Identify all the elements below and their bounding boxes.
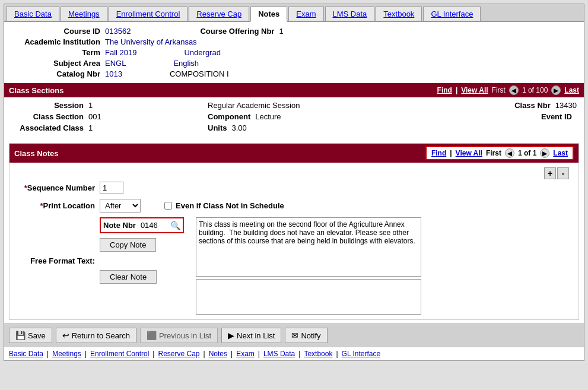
return-icon: ↩ bbox=[62, 331, 69, 340]
associated-class-label: Associated Class bbox=[11, 123, 88, 132]
notify-label: Notify bbox=[301, 331, 320, 340]
copy-note-button[interactable]: Copy Note bbox=[100, 238, 156, 252]
catalog-nbr-extra: COMPOSITION I bbox=[170, 69, 229, 78]
class-sections-last[interactable]: Last bbox=[564, 86, 579, 94]
course-offering-nbr-label: Course Offering Nbr bbox=[190, 27, 279, 36]
sequence-number-label: *Sequence Number bbox=[17, 183, 100, 192]
class-sections-first: First bbox=[492, 86, 506, 94]
course-id-label: Course ID bbox=[16, 27, 105, 36]
next-icon: ▶ bbox=[228, 331, 234, 340]
clear-note-row: Clear Note bbox=[17, 270, 184, 284]
toolbar: 💾 Save ↩ Return to Search ⬛ Previous in … bbox=[4, 324, 584, 347]
even-if-checkbox[interactable] bbox=[164, 202, 172, 210]
tab-exam[interactable]: Exam bbox=[288, 7, 323, 21]
class-sections-body: Session 1 Regular Academic Session Class… bbox=[4, 97, 584, 139]
session-value: 1 bbox=[88, 101, 93, 110]
bottom-link-meetings[interactable]: Meetings bbox=[52, 350, 81, 358]
note-nbr-section: Note Nbr 🔍 Copy Note Free Format Text: bbox=[17, 217, 571, 315]
next-in-list-button[interactable]: ▶ Next in List bbox=[221, 328, 281, 343]
class-notes-find[interactable]: Find bbox=[431, 149, 446, 157]
academic-institution-label: Academic Institution bbox=[16, 37, 105, 46]
event-id-label: Event ID bbox=[541, 112, 577, 121]
subject-area-value: ENGL bbox=[105, 59, 126, 68]
return-to-search-label: Return to Search bbox=[72, 331, 130, 340]
bottom-link-exam[interactable]: Exam bbox=[236, 350, 255, 358]
class-notes-nav-box: Find | View All First ◀ 1 of 1 ▶ Last bbox=[425, 146, 574, 160]
class-notes-first: First bbox=[486, 149, 501, 157]
notify-icon: ✉ bbox=[291, 331, 298, 340]
free-format-label: Free Format Text: bbox=[17, 256, 100, 265]
cs-row-associated-class: Associated Class 1 Units 3.00 bbox=[11, 123, 577, 132]
note-nbr-input[interactable] bbox=[138, 220, 168, 231]
free-format-textarea[interactable] bbox=[196, 279, 421, 315]
class-notes-next-btn[interactable]: ▶ bbox=[540, 148, 549, 158]
cs-row-class-section: Class Section 001 Component Lecture Even… bbox=[11, 112, 577, 121]
bottom-link-reserve-cap[interactable]: Reserve Cap bbox=[158, 350, 199, 358]
session-label: Session bbox=[11, 101, 88, 110]
class-sections-next-btn[interactable]: ▶ bbox=[551, 85, 561, 95]
units-value: 3.00 bbox=[232, 123, 247, 132]
notify-button[interactable]: ✉ Notify bbox=[285, 328, 327, 343]
return-to-search-button[interactable]: ↩ Return to Search bbox=[56, 328, 136, 343]
save-icon: 💾 bbox=[15, 331, 26, 340]
subject-area-label: Subject Area bbox=[16, 59, 105, 68]
print-location-row: *Print Location After Before Even if Cla… bbox=[17, 199, 571, 213]
bottom-links: Basic Data | Meetings | Enrollment Contr… bbox=[4, 347, 584, 360]
note-nbr-inner-label: Note Nbr bbox=[103, 221, 136, 230]
previous-icon: ⬛ bbox=[147, 331, 157, 340]
even-if-checkbox-row: Even if Class Not in Schedule bbox=[164, 201, 284, 210]
bottom-link-textbook[interactable]: Textbook bbox=[304, 350, 332, 358]
bottom-link-enrollment-control[interactable]: Enrollment Control bbox=[90, 350, 149, 358]
class-sections-prev-btn[interactable]: ◀ bbox=[509, 85, 519, 95]
tab-enrollment-control[interactable]: Enrollment Control bbox=[109, 7, 188, 21]
class-sections-find[interactable]: Find bbox=[437, 86, 452, 94]
class-sections-title: Class Sections bbox=[9, 86, 64, 95]
session-extra: Regular Academic Session bbox=[208, 101, 300, 110]
main-container: Basic Data Meetings Enrollment Control R… bbox=[4, 4, 584, 361]
previous-in-list-label: Previous in List bbox=[159, 331, 211, 340]
class-sections-nav: Find | View All First ◀ 1 of 100 ▶ Last bbox=[437, 85, 579, 95]
note-text-area[interactable] bbox=[196, 217, 421, 277]
class-notes-last[interactable]: Last bbox=[553, 149, 568, 157]
note-nbr-row: Note Nbr 🔍 bbox=[17, 217, 184, 233]
academic-institution-value: The University of Arkansas bbox=[105, 37, 197, 46]
bottom-link-basic-data[interactable]: Basic Data bbox=[9, 350, 43, 358]
bottom-link-lms-data[interactable]: LMS Data bbox=[263, 350, 295, 358]
print-location-label: *Print Location bbox=[17, 201, 100, 210]
class-notes-prev-btn[interactable]: ◀ bbox=[505, 148, 514, 158]
tab-textbook[interactable]: Textbook bbox=[376, 7, 422, 21]
tab-reserve-cap[interactable]: Reserve Cap bbox=[189, 7, 249, 21]
note-nbr-left: Note Nbr 🔍 Copy Note Free Format Text: bbox=[17, 217, 184, 315]
bottom-link-notes[interactable]: Notes bbox=[209, 350, 227, 358]
previous-in-list-button[interactable]: ⬛ Previous in List bbox=[140, 328, 218, 343]
class-notes-title: Class Notes bbox=[14, 149, 58, 158]
copy-note-row: Copy Note bbox=[17, 238, 184, 252]
tab-notes[interactable]: Notes bbox=[250, 7, 287, 22]
component-label: Component bbox=[208, 112, 255, 121]
class-notes-view-all[interactable]: View All bbox=[456, 149, 482, 157]
tab-gl-interface[interactable]: GL Interface bbox=[423, 7, 481, 21]
class-section-label: Class Section bbox=[11, 112, 88, 121]
next-in-list-label: Next in List bbox=[237, 331, 275, 340]
clear-note-button[interactable]: Clear Note bbox=[100, 270, 157, 284]
tab-lms-data[interactable]: LMS Data bbox=[325, 7, 375, 21]
save-label: Save bbox=[28, 331, 46, 340]
remove-note-btn[interactable]: - bbox=[557, 167, 569, 179]
note-nbr-search-icon[interactable]: 🔍 bbox=[170, 221, 180, 230]
print-location-select[interactable]: After Before bbox=[100, 199, 141, 213]
save-button[interactable]: 💾 Save bbox=[9, 328, 52, 343]
bottom-link-gl-interface[interactable]: GL Interface bbox=[342, 350, 381, 358]
term-value: Fall 2019 bbox=[105, 48, 136, 57]
class-notes-header: Class Notes Find | View All First ◀ 1 of… bbox=[9, 144, 579, 163]
term-extra: Undergrad bbox=[184, 48, 220, 57]
header-info: Course ID 013562 Course Offering Nbr 1 A… bbox=[4, 22, 584, 83]
class-notes-body: + - *Sequence Number *Print Location bbox=[9, 163, 579, 319]
add-note-btn[interactable]: + bbox=[544, 167, 556, 179]
note-textareas bbox=[196, 217, 421, 315]
tab-meetings[interactable]: Meetings bbox=[61, 7, 107, 21]
even-if-label: Even if Class Not in Schedule bbox=[176, 201, 284, 210]
course-id-value: 013562 bbox=[105, 27, 131, 36]
tab-basic-data[interactable]: Basic Data bbox=[7, 7, 59, 21]
sequence-number-input[interactable] bbox=[100, 182, 123, 194]
class-sections-view-all[interactable]: View All bbox=[461, 86, 488, 94]
